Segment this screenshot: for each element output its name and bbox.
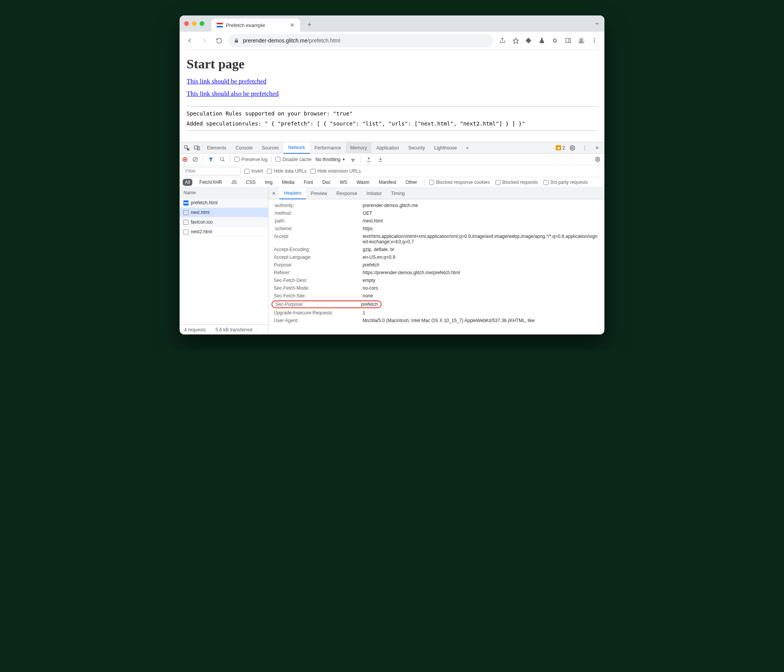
request-name: favicon.ico — [191, 219, 213, 225]
maximize-window-button[interactable] — [200, 21, 204, 26]
request-row[interactable]: prefetch.html — [180, 198, 268, 208]
wifi-icon[interactable] — [349, 156, 357, 163]
toolbar: prerender-demos.glitch.me/prefetch.html … — [180, 32, 604, 50]
browser-tab[interactable]: Prefetch example ✕ — [211, 19, 300, 32]
header-value: en-US,en;q=0.9 — [363, 255, 599, 260]
header-row: Referer:https://prerender-demos.glitch.m… — [268, 269, 604, 277]
hide-data-urls-checkbox[interactable]: Hide data URLs — [267, 168, 307, 174]
headers-list: :authority:prerender-demos.glitch.me:met… — [268, 199, 604, 327]
favicon-icon — [217, 22, 223, 28]
check-blocked-response-cookies[interactable]: Blocked response cookies — [429, 180, 490, 185]
devtools-tab-console[interactable]: Console — [231, 142, 257, 154]
devtools-tab-lighthouse[interactable]: Lighthouse — [429, 142, 462, 154]
network-settings-icon[interactable] — [594, 156, 601, 162]
header-row: Accept-Encoding:gzip, deflate, br — [268, 246, 604, 253]
filter-icon[interactable] — [207, 157, 215, 162]
header-row: User-Agent:Mozilla/5.0 (Macintosh; Intel… — [268, 317, 604, 324]
more-tabs-icon[interactable]: » — [462, 142, 473, 154]
header-value: GET — [363, 210, 599, 216]
type-filter-media[interactable]: Media — [280, 179, 297, 186]
type-filter-ws[interactable]: WS — [338, 179, 350, 186]
type-filter-fetchxhr[interactable]: Fetch/XHR — [197, 179, 224, 186]
share-icon[interactable] — [497, 35, 508, 46]
settings-icon[interactable] — [567, 143, 577, 153]
clear-icon[interactable] — [191, 156, 199, 162]
new-tab-button[interactable]: + — [304, 19, 315, 30]
back-button[interactable] — [184, 35, 195, 46]
header-key: Sec-Purpose: — [275, 302, 361, 307]
toolbar-actions: G — [497, 35, 600, 46]
filter-input[interactable]: Filter — [183, 167, 241, 175]
header-key: :path: — [274, 218, 363, 224]
request-row[interactable]: next2.html — [180, 227, 268, 237]
type-filter-wasm[interactable]: Wasm — [354, 179, 372, 186]
disable-cache-checkbox[interactable]: Disable cache — [275, 157, 311, 162]
close-tab-icon[interactable]: ✕ — [290, 22, 295, 28]
close-devtools-icon[interactable]: ✕ — [592, 143, 602, 153]
search-icon[interactable] — [219, 157, 226, 162]
close-detail-icon[interactable]: ✕ — [268, 191, 279, 196]
request-row[interactable]: next.html — [180, 208, 268, 217]
svg-point-22 — [597, 159, 598, 160]
tabs-dropdown-icon[interactable] — [594, 21, 600, 26]
warning-indicator[interactable]: ■2 — [556, 145, 565, 151]
request-row[interactable]: favicon.ico — [180, 217, 268, 227]
header-value: 1 — [363, 310, 599, 316]
prefetch-link-1[interactable]: This link should be prefetched — [187, 78, 266, 85]
preserve-log-checkbox[interactable]: Preserve log — [234, 157, 267, 162]
type-filter-manifest[interactable]: Manifest — [377, 179, 399, 186]
devtools-tab-network[interactable]: Network — [283, 142, 310, 154]
devtools-tab-sources[interactable]: Sources — [257, 142, 283, 154]
panel-icon[interactable] — [563, 35, 574, 46]
type-filter-img[interactable]: Img — [263, 179, 275, 186]
header-row: Sec-Purpose:prefetch — [268, 300, 604, 309]
devtools-tab-performance[interactable]: Performance — [310, 142, 346, 154]
type-filter-css[interactable]: CSS — [244, 179, 258, 186]
invert-checkbox[interactable]: Invert — [244, 168, 263, 174]
hide-extension-urls-checkbox[interactable]: Hide extension URLs — [311, 168, 361, 174]
type-filter-all[interactable]: All — [183, 179, 192, 186]
labs-icon[interactable] — [536, 35, 547, 46]
header-key: :authority: — [274, 203, 363, 208]
detail-tab-initiator[interactable]: Initiator — [362, 188, 386, 199]
detail-tab-response[interactable]: Response — [332, 188, 362, 199]
menu-icon[interactable] — [589, 35, 600, 46]
svg-point-16 — [572, 147, 573, 149]
bookmark-icon[interactable] — [510, 35, 521, 46]
lock-icon — [234, 38, 239, 43]
detail-tab-headers[interactable]: Headers — [279, 188, 306, 199]
type-filter-other[interactable]: Other — [403, 179, 419, 186]
device-icon[interactable] — [192, 143, 202, 153]
prefetch-link-2[interactable]: This link should also be prefetched — [187, 90, 278, 98]
devtools-panel: ElementsConsoleSourcesNetworkPerformance… — [180, 142, 604, 334]
check-blocked-requests[interactable]: Blocked requests — [496, 180, 538, 185]
google-icon[interactable]: G — [550, 35, 560, 46]
check-3rd-party-requests[interactable]: 3rd-party requests — [543, 180, 588, 185]
close-window-button[interactable] — [184, 21, 189, 26]
forward-button[interactable] — [199, 35, 210, 46]
profile-icon[interactable] — [576, 35, 587, 46]
devtools-tab-memory[interactable]: Memory — [346, 142, 372, 154]
address-bar[interactable]: prerender-demos.glitch.me/prefetch.html — [228, 34, 493, 47]
extensions-icon[interactable] — [523, 35, 534, 46]
download-icon[interactable] — [377, 157, 384, 162]
minimize-window-button[interactable] — [192, 21, 197, 26]
detail-tab-preview[interactable]: Preview — [306, 188, 332, 199]
header-row: Sec-Fetch-Site:none — [268, 292, 604, 300]
throttling-select[interactable]: No throttling ▼ — [316, 157, 346, 162]
inspect-icon[interactable] — [182, 143, 192, 153]
detail-tab-timing[interactable]: Timing — [386, 188, 409, 199]
type-filter-doc[interactable]: Doc — [320, 179, 333, 186]
rules-text: Added speculationrules: " { "prefetch": … — [187, 120, 597, 127]
type-filter-js[interactable]: JS — [229, 179, 239, 186]
devtools-tab-application[interactable]: Application — [372, 142, 404, 154]
record-button[interactable] — [183, 157, 187, 162]
devtools-tab-security[interactable]: Security — [404, 142, 429, 154]
upload-icon[interactable] — [365, 157, 373, 162]
reload-button[interactable] — [214, 35, 224, 46]
type-filter-font[interactable]: Font — [301, 179, 315, 186]
kebab-icon[interactable]: ⋮ — [580, 143, 590, 153]
header-key: :method: — [274, 210, 363, 216]
header-value: empty — [363, 278, 599, 283]
devtools-tab-elements[interactable]: Elements — [202, 142, 231, 154]
